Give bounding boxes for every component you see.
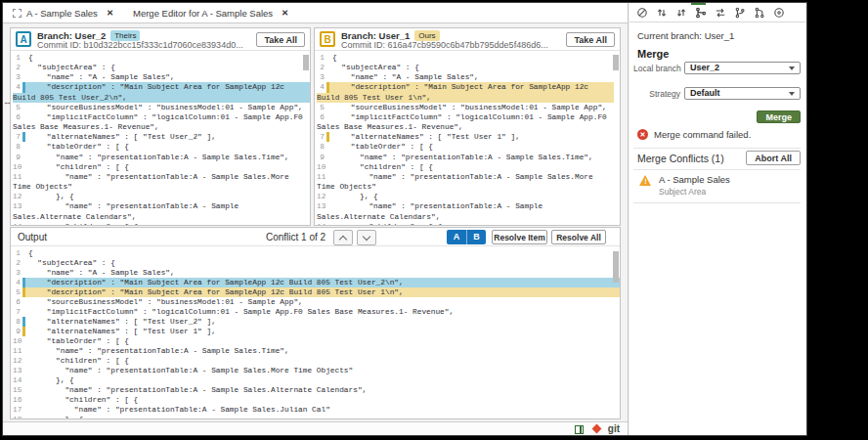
code-line: 10 "children" : [ { (317, 162, 614, 172)
switch-branch-icon[interactable] (715, 7, 726, 19)
code-line: 11 "name" : "presentationTable:A - Sampl… (13, 172, 310, 192)
line-number: 5 (13, 287, 25, 297)
tab-merge-editor[interactable]: Merge Editor for A - Sample Sales ✕ (123, 3, 298, 23)
line-number: 6 (317, 112, 329, 122)
take-b-button[interactable]: B (466, 230, 486, 244)
merge-icon[interactable] (695, 7, 707, 19)
code-line: 3 "name" : "A - Sample Sales", (13, 72, 310, 82)
line-number: 14 (317, 222, 329, 225)
take-all-button[interactable]: Take All (256, 32, 305, 47)
line-number: 14 (13, 375, 25, 385)
local-branch-label: Local branch (633, 64, 680, 73)
tab-a-sample-sales[interactable]: A - Sample Sales ✕ (3, 3, 123, 23)
line-number: 6 (13, 112, 25, 122)
code-line: 4 "description" : "Main Subject Area for… (13, 82, 310, 102)
line-number: 10 (317, 162, 329, 172)
line-number: 8 (13, 317, 25, 327)
subject-area-icon (13, 9, 22, 18)
scrollbar-thumb[interactable] (303, 55, 309, 70)
code-line: 13 "name" : "presentationTable:A - Sampl… (13, 201, 310, 221)
resolve-all-button[interactable]: Resolve All (551, 230, 606, 244)
close-icon[interactable]: ✕ (107, 8, 113, 18)
output-header: Output Conflict 1 of 2 A B Resolve Item … (11, 228, 620, 246)
merge-button[interactable]: Merge (757, 110, 801, 123)
conflict-counter: Conflict 1 of 2 (266, 232, 326, 242)
code-editor-theirs[interactable]: 1{2 "subjectArea" : {3 "name" : "A - Sam… (11, 52, 310, 225)
merge-conflicts-title: Merge Conflicts (1) (637, 153, 724, 164)
strategy-select[interactable]: Default (684, 87, 801, 100)
line-number: 2 (13, 258, 25, 268)
branch-diff-icon[interactable] (754, 7, 765, 19)
scrollbar-thumb[interactable] (613, 251, 619, 283)
close-icon[interactable]: ✕ (282, 8, 288, 18)
status-icon[interactable] (636, 7, 648, 19)
code-line: 7 "implicitFactColumn" : "logicalColumn:… (13, 307, 620, 317)
branch-icon[interactable] (734, 7, 746, 19)
line-number: 12 (13, 192, 25, 201)
code-line: 2 "subjectArea" : { (13, 63, 310, 72)
line-number: 2 (13, 63, 25, 72)
chevron-down-icon (789, 92, 795, 96)
line-number: 2 (317, 63, 329, 72)
line-number: 15 (13, 385, 25, 395)
code-line: 13 "name" : "presentationTable:A - Sampl… (13, 366, 620, 375)
take-all-button[interactable]: Take All (566, 32, 615, 47)
code-line: 16 "children" : [ { (13, 395, 620, 405)
code-line: 8 "tableOrder" : [ { (317, 142, 614, 152)
line-number: 3 (13, 268, 25, 278)
error-message: Merge command failed. (654, 129, 751, 140)
code-line: 9 "name" : "presentationTable:A - Sample… (317, 153, 614, 162)
line-number: 12 (13, 356, 25, 366)
line-number: 9 (13, 327, 25, 336)
code-line: 14 "children" : [ { (317, 222, 614, 225)
code-line: 2 "subjectArea" : { (13, 258, 620, 268)
fetch-icon[interactable] (656, 7, 668, 19)
commit-id: Commit ID: b10d322bcc15f333c1d7060ce8393… (37, 40, 243, 50)
merge-section-title: Merge (633, 48, 801, 60)
code-line: 10 "tableOrder" : [ { (13, 336, 620, 346)
divider (633, 202, 801, 203)
code-line: 2 "subjectArea" : { (317, 63, 614, 72)
resolve-item-button[interactable]: Resolve Item (492, 230, 547, 244)
panel-b-header: B Branch: User_1 Ours Commit ID: 616a47c… (315, 28, 620, 51)
line-number: 16 (13, 395, 25, 405)
line-number: 7 (13, 132, 25, 142)
tab-label: Merge Editor for A - Sample Sales (133, 8, 273, 19)
code-line: 13 "name" : "presentationTable:A - Sampl… (317, 201, 614, 221)
scrollbar-thumb[interactable] (613, 55, 619, 70)
chevron-down-icon (363, 232, 370, 240)
code-line: 8 "alternateNames" : [ "Test User_2" ], (13, 317, 620, 327)
pull-icon[interactable] (675, 7, 687, 19)
panel-toggle-icon[interactable] (575, 425, 584, 434)
code-line: 1{ (317, 53, 614, 63)
line-number: 9 (317, 153, 329, 162)
code-line: 12 }, { (317, 192, 614, 201)
splitter-handle[interactable]: ↔ (3, 97, 12, 107)
take-a-button[interactable]: A (447, 230, 466, 244)
local-branch-select[interactable]: User_2 (684, 62, 801, 74)
code-line: 18 }, { (13, 415, 620, 418)
code-line: 4 "description" : "Main Subject Area for… (317, 82, 614, 102)
abort-all-button[interactable]: Abort All (746, 151, 801, 165)
code-editor-ours[interactable]: 1{2 "subjectArea" : {3 "name" : "A - Sam… (315, 52, 620, 225)
line-number: 5 (13, 103, 25, 112)
conflict-list-item[interactable]: ! A - Sample Sales Subject Area (633, 170, 801, 202)
line-number: 7 (317, 132, 329, 142)
code-line: 6 "implicitFactColumn" : "logicalColumn:… (13, 112, 310, 132)
previous-conflict-button[interactable] (333, 230, 353, 245)
code-line: 11 "name" : "presentationTable:A - Sampl… (317, 172, 614, 192)
diff-panel-theirs: A Branch: User_2 Theirs Commit ID: b10d3… (10, 27, 311, 226)
code-line: 4 "description" : "Main Subject Area for… (13, 278, 620, 287)
local-branch-value: User_2 (690, 63, 719, 72)
output-title: Output (18, 232, 47, 242)
code-editor-output[interactable]: 1{2 "subjectArea" : {3 "name" : "A - Sam… (11, 247, 620, 418)
line-number: 14 (13, 222, 25, 225)
line-number: 5 (317, 103, 329, 112)
code-line: 12 "children" : [ { (13, 356, 620, 366)
next-conflict-button[interactable] (357, 230, 376, 245)
line-number: 13 (13, 201, 25, 211)
chevron-down-icon (789, 66, 795, 70)
strategy-value: Default (690, 88, 720, 98)
help-icon[interactable] (773, 7, 785, 19)
code-line: 8 "tableOrder" : [ { (13, 142, 310, 152)
